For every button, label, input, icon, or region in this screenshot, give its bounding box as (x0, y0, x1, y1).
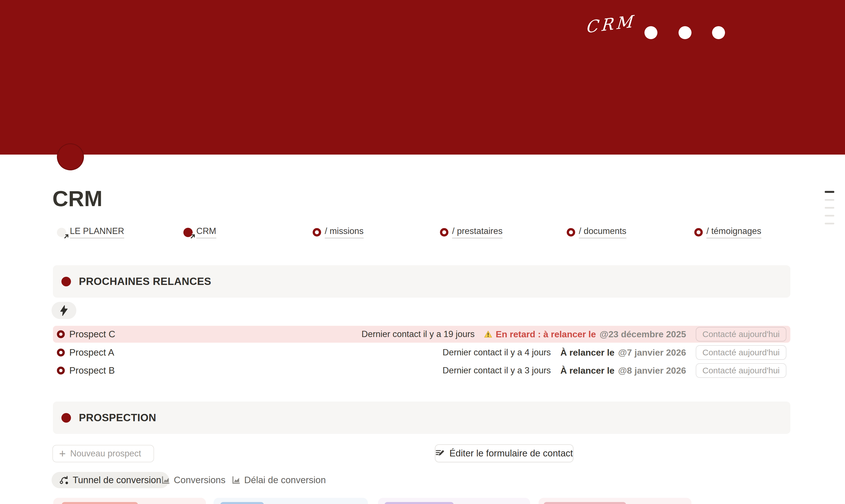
contacted-today-button[interactable]: Contacté aujourd'hui (696, 363, 787, 378)
outline-indicator[interactable] (825, 191, 834, 231)
crm-script-logo: CRM (585, 12, 636, 37)
nav-link-le-planner[interactable]: LE PLANNER (57, 226, 124, 239)
new-prospect-label: Nouveau prospect (70, 449, 141, 459)
page-title: CRM (52, 187, 103, 210)
last-contact-text: Dernier contact il y a 3 jours (442, 365, 551, 376)
nav-link-crm[interactable]: CRM (183, 226, 216, 239)
prospect-row[interactable]: Prospect C Dernier contact il y a 19 jou… (53, 326, 790, 343)
section-title: PROSPECTION (79, 412, 156, 424)
nav-link-documents[interactable]: / documents (567, 226, 627, 239)
funnel-stage-card (539, 498, 691, 504)
nav-link-label: CRM (196, 226, 216, 238)
tab-conversions[interactable]: Conversions (161, 472, 225, 488)
nav-link-label: / documents (579, 226, 627, 238)
last-contact-text: Dernier contact il y a 4 jours (442, 347, 551, 358)
relance-date[interactable]: @7 janvier 2026 (618, 347, 686, 358)
tab-label: Délai de conversion (244, 475, 326, 485)
contacted-today-button[interactable]: Contacté aujourd'hui (696, 345, 787, 360)
funnel-bar (62, 502, 138, 504)
funnel-bar (385, 502, 454, 504)
ring-icon (57, 366, 65, 375)
ring-icon (57, 348, 65, 357)
nav-link-label: / prestataires (452, 226, 503, 238)
ring-icon (694, 228, 703, 236)
red-dot-icon (61, 413, 71, 422)
lightning-bolt-icon (60, 305, 68, 316)
ring-icon (57, 330, 65, 338)
relance-status-label: À relancer le (561, 365, 615, 376)
tab-delai-de-conversion[interactable]: Délai de conversion (232, 472, 326, 488)
edit-form-label: Éditer le formulaire de contact (450, 448, 573, 459)
nav-link-label: LE PLANNER (70, 226, 124, 238)
prospect-name[interactable]: Prospect A (69, 347, 115, 358)
funnel-bar (544, 502, 626, 504)
page-circle-icon (183, 228, 193, 237)
funnel-bar (220, 502, 264, 504)
nav-link-temoignages[interactable]: / témoignages (694, 226, 761, 239)
banner-dot-button-3[interactable] (712, 26, 725, 39)
new-prospect-button[interactable]: + Nouveau prospect (52, 445, 154, 462)
automation-button[interactable] (52, 302, 76, 319)
section-prospection-callout: PROSPECTION (53, 401, 790, 434)
nav-link-label: / missions (325, 226, 364, 238)
funnel-stage-card (378, 498, 530, 504)
arrow-up-right-icon (189, 233, 196, 240)
banner-dot-button-1[interactable] (645, 26, 657, 39)
red-dot-icon (61, 277, 71, 286)
relance-status-label: À relancer le (561, 347, 615, 358)
ring-icon (440, 228, 448, 236)
prospect-row[interactable]: Prospect A Dernier contact il y a 4 jour… (53, 344, 790, 361)
relance-date[interactable]: @23 décembre 2025 (600, 329, 686, 340)
cover-banner: CRM (0, 0, 845, 155)
nav-link-prestataires[interactable]: / prestataires (440, 226, 503, 239)
section-title: PROCHAINES RELANCES (79, 276, 211, 287)
ring-icon (313, 228, 321, 236)
page-circle-icon (57, 228, 66, 237)
outline-dash[interactable] (825, 199, 834, 201)
tab-label: Conversions (174, 475, 225, 485)
funnel-flow-icon (59, 476, 68, 484)
relance-status-label: En retard : à relancer le (496, 329, 596, 340)
prospect-name[interactable]: Prospect C (69, 329, 115, 340)
funnel-stage-card (213, 498, 368, 504)
crm-page: CRM CRM LE PLANNER CRM / missions (0, 0, 845, 504)
edit-form-button[interactable]: Éditer le formulaire de contact (435, 444, 574, 462)
edit-form-icon (436, 449, 445, 458)
arrow-up-right-icon (63, 233, 70, 240)
nav-link-label: / témoignages (706, 226, 761, 238)
plus-icon: + (59, 448, 66, 459)
bar-chart-icon (161, 476, 170, 484)
prospect-name[interactable]: Prospect B (69, 365, 115, 376)
funnel-stage-card (53, 498, 206, 504)
contacted-today-button[interactable]: Contacté aujourd'hui (696, 327, 787, 342)
relance-date[interactable]: @8 janvier 2026 (618, 365, 686, 376)
last-contact-text: Dernier contact il y a 19 jours (362, 329, 475, 339)
banner-dot-button-2[interactable] (679, 26, 691, 39)
tab-tunnel-de-conversion[interactable]: Tunnel de conversion (52, 472, 169, 488)
prospect-row[interactable]: Prospect B Dernier contact il y a 3 jour… (53, 362, 790, 379)
bar-chart-icon (232, 476, 240, 484)
tab-label: Tunnel de conversion (73, 475, 161, 485)
outline-dash[interactable] (825, 191, 834, 193)
ring-icon (567, 228, 575, 236)
outline-dash[interactable] (825, 223, 834, 224)
outline-dash[interactable] (825, 207, 834, 209)
nav-link-missions[interactable]: / missions (313, 226, 364, 239)
outline-dash[interactable] (825, 215, 834, 217)
page-icon[interactable] (57, 143, 84, 170)
warning-icon (484, 330, 492, 338)
section-relances-callout: PROCHAINES RELANCES (53, 265, 790, 298)
